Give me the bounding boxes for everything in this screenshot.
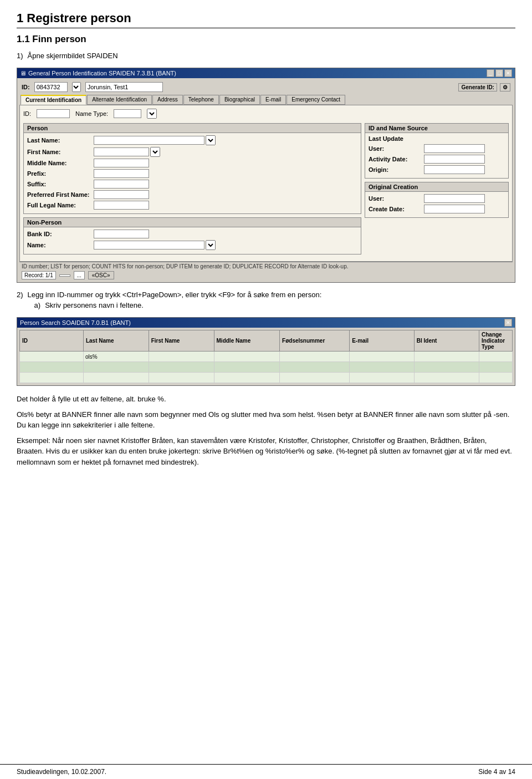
row3-email[interactable]: [350, 373, 415, 383]
middlename-label: Middle Name:: [27, 160, 94, 166]
spaiden-title-text: General Person Identification SPAIDEN 7.…: [28, 70, 176, 77]
row2-change[interactable]: [479, 362, 513, 373]
tab-id-input[interactable]: [37, 109, 70, 118]
record-nav1[interactable]: [59, 274, 70, 277]
tab-emergency-contact[interactable]: Emergency Contact: [287, 95, 345, 105]
preferred-firstname-input[interactable]: [94, 190, 149, 199]
search-table: ID Last Name First Name Middle Name Føds…: [19, 330, 513, 383]
col-fodsel: Fødselsnummer: [280, 330, 350, 352]
row1-id[interactable]: [20, 352, 84, 362]
para3: Eksempel: Når noen sier navnet Kristoffe…: [17, 435, 515, 468]
tab-biographical[interactable]: Biographical: [219, 95, 260, 105]
close-button[interactable]: ✕: [504, 69, 512, 77]
original-creation-title: Original Creation: [365, 182, 508, 192]
user-input1[interactable]: [424, 144, 485, 153]
spaiden-titlebar: 🖥 General Person Identification SPAIDEN …: [17, 68, 515, 78]
status-bar: ID number; LIST for person; COUNT HITS f…: [19, 262, 513, 271]
soaiden-window: Person Search SOAIDEN 7.0.B1 (BANT) ✕ ID…: [17, 317, 515, 386]
row2-id[interactable]: [20, 362, 84, 373]
record-label: Record: 1/1: [22, 271, 56, 279]
heading2: 1.1 Finn person: [17, 34, 515, 45]
tab-nametype-select[interactable]: [147, 109, 157, 119]
soaiden-title-text: Person Search SOAIDEN 7.0.B1 (BANT): [20, 319, 131, 326]
soaiden-titlebar: Person Search SOAIDEN 7.0.B1 (BANT) ✕: [17, 318, 515, 328]
spaiden-name-input[interactable]: [85, 82, 163, 92]
bankid-input[interactable]: [94, 230, 149, 238]
suffix-input[interactable]: [94, 180, 149, 189]
row2-first-name[interactable]: [149, 362, 214, 373]
row3-first-name[interactable]: [149, 373, 214, 383]
spaiden-id-dropdown[interactable]: [72, 82, 81, 92]
minimize-button[interactable]: _: [487, 69, 494, 77]
row1-middle-name[interactable]: [214, 352, 280, 362]
tab-nametype-input[interactable]: [114, 109, 141, 118]
page-footer: Studieavdelingen, 10.02.2007. Side 4 av …: [0, 764, 532, 779]
step1-number: 1): [17, 52, 23, 60]
lastname-label: Last Name:: [27, 137, 94, 144]
lastname-input[interactable]: [94, 136, 204, 145]
activity-date-input[interactable]: [424, 155, 485, 164]
table-row: [20, 362, 513, 373]
tabs-row: Current Identification Alternate Identif…: [19, 95, 513, 105]
nonperson-name-input[interactable]: [94, 241, 204, 250]
create-date-input[interactable]: [424, 205, 485, 213]
nonperson-name-select[interactable]: [206, 240, 216, 250]
preferred-firstname-label: Preferred First Name:: [27, 191, 94, 198]
row2-last-name[interactable]: [83, 362, 149, 373]
tab-telephone[interactable]: Telephone: [183, 95, 219, 105]
user-input2[interactable]: [424, 194, 485, 203]
soaiden-close-button[interactable]: ✕: [504, 319, 512, 327]
row3-last-name[interactable]: [83, 373, 149, 383]
firstname-select[interactable]: [150, 147, 160, 157]
row3-bi-ident[interactable]: [414, 373, 479, 383]
step2-number: 2): [17, 291, 23, 309]
osc-button[interactable]: «OSC»: [88, 271, 114, 279]
nonperson-name-label: Name:: [27, 242, 94, 248]
row1-first-name[interactable]: [149, 352, 214, 362]
create-date-label: Create Date:: [369, 206, 424, 212]
tab-email[interactable]: E-mail: [260, 95, 286, 105]
user-label1: User:: [369, 145, 424, 152]
bankid-label: Bank ID:: [27, 231, 94, 237]
maximize-button[interactable]: □: [495, 69, 503, 77]
row2-email[interactable]: [350, 362, 415, 373]
suffix-label: Suffix:: [27, 181, 94, 187]
full-legal-name-label: Full Legal Name:: [27, 202, 94, 208]
tab-address[interactable]: Address: [152, 95, 183, 105]
tab-alternate-identification[interactable]: Alternate Identification: [87, 95, 152, 105]
para1: Det holder å fylle ut ett av feltene, al…: [17, 394, 515, 405]
row3-fodsel[interactable]: [280, 373, 350, 383]
row2-middle-name[interactable]: [214, 362, 280, 373]
step2-text: Legg inn ID-nummer og trykk <Ctrl+PageDo…: [28, 291, 322, 299]
row3-middle-name[interactable]: [214, 373, 280, 383]
col-last-name: Last Name: [83, 330, 149, 352]
record-nav2[interactable]: ...: [74, 271, 85, 279]
step2a-number: a): [34, 301, 41, 309]
row1-email[interactable]: [350, 352, 415, 362]
firstname-input[interactable]: [94, 147, 149, 156]
row1-change[interactable]: [479, 352, 513, 362]
record-bar: Record: 1/1 ... «OSC»: [19, 271, 513, 280]
row1-fodsel[interactable]: [280, 352, 350, 362]
middlename-input[interactable]: [94, 159, 149, 167]
lastname-select[interactable]: [206, 135, 216, 145]
row3-id[interactable]: [20, 373, 84, 383]
full-legal-name-input[interactable]: [94, 201, 149, 210]
firstname-label: First Name:: [27, 149, 94, 155]
row2-bi-ident[interactable]: [414, 362, 479, 373]
generate-id-button[interactable]: ⚙: [500, 83, 510, 91]
origin-label: Origin:: [369, 166, 424, 173]
col-email: E-mail: [350, 330, 415, 352]
spaiden-window: 🖥 General Person Identification SPAIDEN …: [17, 68, 515, 283]
col-middle-name: Middle Name: [214, 330, 280, 352]
id-name-source-title: ID and Name Source: [365, 124, 508, 133]
row1-last-name[interactable]: [83, 352, 149, 362]
row3-change[interactable]: [479, 373, 513, 383]
tab-current-identification[interactable]: Current Identification: [21, 95, 86, 105]
prefix-input[interactable]: [94, 169, 149, 178]
spaiden-id-input[interactable]: [34, 82, 68, 92]
origin-input[interactable]: [424, 165, 485, 174]
row1-bi-ident[interactable]: [414, 352, 479, 362]
step1-text: Åpne skjermbildet SPAIDEN: [28, 52, 118, 60]
row2-fodsel[interactable]: [280, 362, 350, 373]
